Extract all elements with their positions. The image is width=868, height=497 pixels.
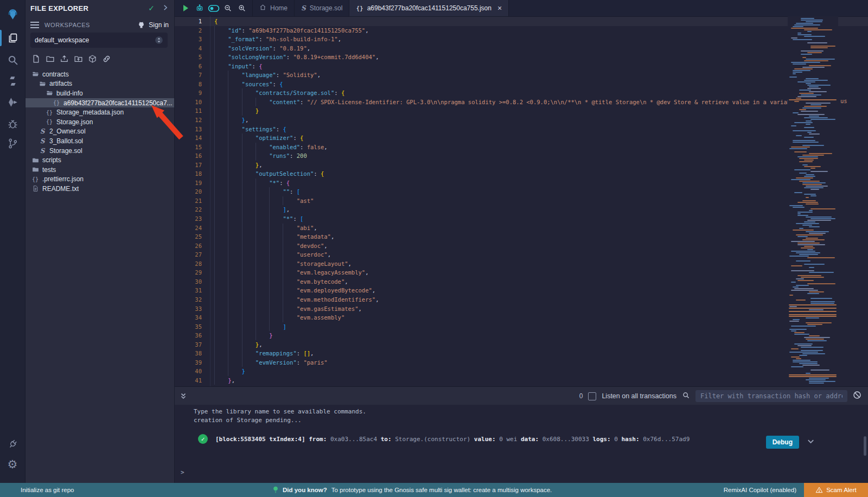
minimap-row [793, 130, 816, 131]
file-explorer-panel: FILE EXPLORER ✓ WORKSPACES Sign in defau… [25, 0, 175, 483]
workspace-selector[interactable]: default_workspace [30, 33, 168, 48]
clear-terminal-icon[interactable] [853, 391, 861, 402]
file-tree-item[interactable]: S3_Ballot.sol [25, 136, 174, 146]
tab-label: Storage.sol [310, 4, 343, 12]
status-bar: Initialize as git repo Did you know? To … [0, 483, 868, 497]
code-editor[interactable]: 1{2 "id": "a69b43f277ba20fcac141151250ca… [174, 16, 868, 386]
indent-guide [214, 259, 215, 269]
minimap-row [809, 383, 824, 384]
folder-icon [31, 166, 39, 174]
listen-label: Listen on all transactions [602, 392, 676, 400]
indent-guide [283, 224, 283, 233]
file-tree-item[interactable]: artifacts [25, 79, 174, 89]
line-number: 23 [174, 214, 202, 224]
minimap-row [794, 122, 813, 123]
tab-storage-sol[interactable]: SStorage.sol [295, 0, 349, 16]
file-tree-item[interactable]: tests [25, 165, 174, 175]
indent-guide [256, 241, 256, 251]
settings-icon[interactable]: ⚙ [0, 455, 25, 474]
file-tree-item[interactable]: build-info [25, 88, 174, 98]
search-icon[interactable] [0, 50, 25, 69]
chevron-right-icon[interactable] [162, 3, 169, 13]
minimap-row [799, 161, 813, 162]
editor-line: 2 "id": "a69b43f277ba20fcac141151250ca75… [174, 26, 868, 35]
link-icon[interactable] [102, 54, 111, 63]
minimap[interactable] [788, 16, 838, 386]
indent-guide [256, 187, 256, 196]
scam-alert-badge[interactable]: Scam Alert [804, 483, 868, 497]
file-tree-item[interactable]: contracts [25, 69, 174, 79]
git-icon[interactable] [0, 133, 25, 153]
tab-home[interactable]: Home [252, 0, 295, 16]
terminal-collapse-icon[interactable] [180, 392, 187, 400]
file-tree-item[interactable]: {}Storage.json [25, 117, 174, 127]
copilot-status[interactable]: RemixAI Copilot (enabled) [724, 487, 796, 493]
indent-guide [228, 151, 228, 161]
minimap-row [789, 306, 797, 307]
file-tree-item[interactable]: README.txt [25, 184, 174, 194]
minimap-row [794, 332, 805, 333]
git-init-link[interactable]: Initialize as git repo [21, 487, 74, 493]
terminal-output[interactable]: Type the library name to see available c… [174, 405, 868, 483]
file-explorer-icon[interactable] [0, 28, 25, 48]
zoom-out-icon[interactable] [221, 0, 235, 16]
copilot-toggle[interactable] [207, 0, 221, 16]
minimap-row [810, 301, 835, 302]
remix-logo-icon[interactable] [0, 4, 25, 24]
editor-line: 1{ [174, 17, 868, 26]
publish-ipfs-icon[interactable] [88, 54, 97, 63]
terminal-prompt[interactable]: > [181, 469, 184, 476]
file-tree-item-selected[interactable]: {}a69b43f277ba20fcac141151250ca7... [25, 98, 174, 108]
minimap-row [807, 31, 812, 32]
indent-guide [242, 241, 242, 251]
github-sign-in-button[interactable]: Sign in [137, 21, 169, 29]
transaction-row[interactable]: ✓ [block:5583405 txIndex:4] from: 0xa03.… [198, 434, 690, 444]
new-folder-icon[interactable] [46, 54, 55, 63]
close-tab-icon[interactable]: × [497, 4, 502, 12]
deploy-run-icon[interactable] [0, 92, 25, 112]
plugin-manager-icon[interactable] [0, 434, 25, 454]
indent-guide [228, 295, 228, 304]
file-tree-item[interactable]: scripts [25, 155, 174, 165]
indent-guide [283, 196, 283, 206]
debugger-icon[interactable] [0, 114, 25, 133]
line-number: 16 [174, 151, 202, 161]
debug-button[interactable]: Debug [766, 436, 799, 449]
indent-guide [214, 286, 215, 295]
file-tree-item[interactable]: SStorage.sol [25, 146, 174, 156]
line-number: 35 [174, 322, 202, 332]
minimap-row [802, 145, 824, 146]
minimap-row [791, 62, 820, 63]
remix-ai-robot-icon[interactable] [193, 0, 207, 16]
editor-line: 29 "evm.legacyAssembly", [174, 268, 868, 277]
upload-file-icon[interactable] [60, 54, 69, 63]
minimap-row [796, 278, 804, 279]
minimap-row [799, 355, 807, 356]
tab-a69b43f277ba20fcac141151250ca755-json[interactable]: {}a69b43f277ba20fcac141151250ca755.json× [349, 0, 509, 16]
minimap-row [791, 265, 802, 266]
indent-guide [228, 304, 228, 314]
new-file-icon[interactable] [31, 54, 41, 63]
zoom-in-icon[interactable] [235, 0, 249, 16]
listen-checkbox[interactable] [588, 392, 596, 400]
file-tree-item[interactable]: S2_Owner.sol [25, 127, 174, 137]
minimap-row [793, 39, 812, 40]
run-script-button[interactable] [178, 0, 193, 16]
transaction-filter-input[interactable] [695, 390, 847, 402]
minimap-row [793, 286, 799, 288]
minimap-row [804, 137, 814, 138]
file-tree-item[interactable]: {}.prettierrc.json [25, 175, 174, 184]
workspaces-menu-icon[interactable] [30, 22, 39, 28]
minimap-row [797, 96, 816, 97]
minimap-row [807, 52, 822, 53]
minimap-row [801, 50, 824, 52]
file-tree-item[interactable]: {}Storage_metadata.json [25, 107, 174, 117]
tx-expand-chevron-icon[interactable] [807, 437, 815, 447]
terminal-scrollbar[interactable] [864, 436, 866, 456]
solidity-compiler-icon[interactable] [0, 71, 25, 91]
minimap-row [809, 267, 814, 268]
minimap-row [791, 270, 814, 271]
icon-sidebar: ⚙ [0, 0, 25, 483]
file-name: build-info [56, 90, 83, 97]
upload-folder-icon[interactable] [74, 54, 83, 63]
